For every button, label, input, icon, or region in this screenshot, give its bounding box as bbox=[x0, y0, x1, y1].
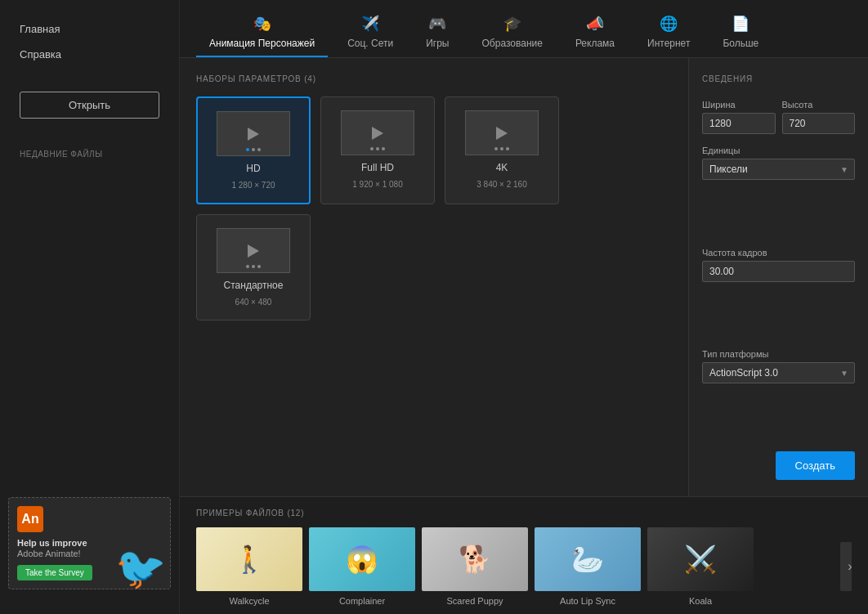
preset-hd-name: HD bbox=[246, 163, 260, 174]
settings-section-title: СВЕДЕНИЯ bbox=[702, 74, 855, 83]
units-select[interactable]: ПикселиСантиметрыДюймы bbox=[702, 159, 855, 180]
settings-panel: СВЕДЕНИЯ Ширина Высота Единицы ПикселиСа… bbox=[688, 58, 868, 496]
tab-ads-icon: 📣 bbox=[586, 15, 604, 33]
dot bbox=[257, 265, 261, 268]
examples-row: 🚶 Walkcycle 😱 Complainer 🐕 Scared Puppy … bbox=[196, 527, 852, 606]
example-scared-puppy-thumbnail: 🐕 bbox=[422, 527, 528, 591]
preset-standard[interactable]: Стандартное 640 × 480 bbox=[196, 214, 311, 320]
ad-icon: An bbox=[17, 506, 43, 532]
dot bbox=[500, 147, 503, 150]
ad-line2: Adobe Animate! bbox=[17, 549, 81, 558]
fps-field: Частота кадров bbox=[702, 248, 855, 338]
examples-section-title: ПРИМЕРЫ ФАЙЛОВ (12) bbox=[196, 509, 852, 518]
preset-fullhd[interactable]: Full HD 1 920 × 1 080 bbox=[320, 96, 435, 204]
create-button[interactable]: Создать bbox=[776, 451, 855, 480]
auto-lip-figure: 🦢 bbox=[535, 527, 641, 591]
sidebar-item-home[interactable]: Главная bbox=[0, 16, 179, 42]
width-field: Ширина bbox=[702, 100, 776, 134]
example-complainer-thumbnail: 😱 bbox=[309, 527, 415, 591]
walkcycle-figure: 🚶 bbox=[196, 527, 302, 591]
recent-files-title: НЕДАВНИЕ ФАЙЛЫ bbox=[0, 143, 179, 165]
examples-section: ПРИМЕРЫ ФАЙЛОВ (12) 🚶 Walkcycle 😱 Compla… bbox=[180, 496, 868, 614]
preset-standard-thumbnail bbox=[217, 228, 290, 273]
example-complainer-name: Complainer bbox=[309, 596, 415, 606]
example-walkcycle-thumbnail: 🚶 bbox=[196, 527, 302, 591]
ad-bird-decoration: 🐦 bbox=[115, 548, 166, 589]
tab-education[interactable]: 🎓 Образование bbox=[469, 8, 556, 57]
tab-social[interactable]: ✈️ Соц. Сети bbox=[334, 8, 406, 57]
tab-games[interactable]: 🎮 Игры bbox=[413, 8, 462, 57]
preset-hd-dims: 1 280 × 720 bbox=[231, 181, 275, 190]
tab-more[interactable]: 📄 Больше bbox=[709, 8, 772, 57]
tab-character-animation-icon: 🎭 bbox=[253, 15, 271, 33]
example-auto-lip-thumbnail: 🦢 bbox=[535, 527, 641, 591]
preset-4k-thumbnail bbox=[465, 110, 539, 155]
presets-panel: НАБОРЫ ПАРАМЕТРОВ (4) HD 1 280 × 720 bbox=[180, 58, 688, 496]
open-button[interactable]: Открыть bbox=[20, 92, 159, 119]
sidebar: Главная Справка Открыть НЕДАВНИЕ ФАЙЛЫ A… bbox=[0, 0, 180, 614]
preset-hd-thumbnail bbox=[217, 111, 290, 156]
content-area: НАБОРЫ ПАРАМЕТРОВ (4) HD 1 280 × 720 bbox=[180, 58, 868, 496]
example-koala[interactable]: ⚔️ Koala bbox=[647, 527, 754, 606]
dot bbox=[376, 147, 379, 150]
example-walkcycle-name: Walkcycle bbox=[196, 596, 302, 606]
sidebar-nav: Главная Справка bbox=[0, 16, 179, 67]
tab-character-animation[interactable]: 🎭 Анимация Персонажей bbox=[196, 8, 328, 57]
example-koala-name: Koala bbox=[647, 596, 754, 606]
example-auto-lip[interactable]: 🦢 Auto Lip Sync bbox=[535, 527, 641, 606]
preset-4k-dots bbox=[494, 147, 509, 150]
example-complainer[interactable]: 😱 Complainer bbox=[309, 527, 415, 606]
preset-hd-dots bbox=[246, 148, 261, 151]
main-area: 🎭 Анимация Персонажей ✈️ Соц. Сети 🎮 Игр… bbox=[180, 0, 868, 614]
sidebar-ad: An Help us improve Adobe Animate! Take t… bbox=[8, 497, 171, 589]
example-scared-puppy[interactable]: 🐕 Scared Puppy bbox=[422, 527, 528, 606]
preset-standard-dims: 640 × 480 bbox=[235, 298, 272, 307]
fps-label: Частота кадров bbox=[702, 248, 855, 258]
tab-social-icon: ✈️ bbox=[361, 15, 379, 33]
examples-next-button[interactable]: › bbox=[840, 542, 852, 591]
dot bbox=[252, 265, 255, 268]
complainer-figure: 😱 bbox=[309, 527, 415, 591]
fps-input[interactable] bbox=[702, 261, 855, 282]
tab-bar: 🎭 Анимация Персонажей ✈️ Соц. Сети 🎮 Игр… bbox=[180, 0, 868, 58]
scared-puppy-figure: 🐕 bbox=[422, 527, 528, 591]
ad-survey-button[interactable]: Take the Survey bbox=[17, 565, 92, 580]
height-input[interactable] bbox=[782, 113, 856, 134]
preset-hd[interactable]: HD 1 280 × 720 bbox=[196, 96, 311, 204]
units-field: Единицы ПикселиСантиметрыДюймы ▼ bbox=[702, 146, 855, 236]
preset-standard-dots bbox=[246, 265, 261, 268]
tab-education-icon: 🎓 bbox=[503, 15, 521, 33]
units-select-wrapper: ПикселиСантиметрыДюймы ▼ bbox=[702, 159, 855, 180]
example-auto-lip-name: Auto Lip Sync bbox=[535, 596, 641, 606]
width-label: Ширина bbox=[702, 100, 776, 110]
platform-field: Тип платформы ActionScript 3.0HTML5 Canv… bbox=[702, 349, 855, 440]
platform-select[interactable]: ActionScript 3.0HTML5 CanvasWebGL bbox=[702, 362, 855, 383]
width-height-row: Ширина Высота bbox=[702, 100, 855, 134]
platform-label: Тип платформы bbox=[702, 349, 855, 359]
example-walkcycle[interactable]: 🚶 Walkcycle bbox=[196, 527, 302, 606]
preset-4k-dims: 3 840 × 2 160 bbox=[477, 180, 526, 189]
example-scared-puppy-name: Scared Puppy bbox=[422, 596, 528, 606]
height-label: Высота bbox=[782, 100, 856, 110]
preset-4k[interactable]: 4K 3 840 × 2 160 bbox=[445, 96, 559, 204]
preset-4k-name: 4K bbox=[496, 162, 508, 173]
koala-figure: ⚔️ bbox=[647, 527, 754, 591]
tab-more-icon: 📄 bbox=[732, 15, 749, 33]
height-field: Высота bbox=[782, 100, 856, 134]
dot bbox=[370, 147, 374, 150]
preset-fullhd-thumbnail bbox=[341, 110, 414, 155]
units-label: Единицы bbox=[702, 146, 855, 155]
presets-section-title: НАБОРЫ ПАРАМЕТРОВ (4) bbox=[196, 74, 672, 83]
dot bbox=[494, 147, 498, 150]
tab-ads[interactable]: 📣 Реклама bbox=[562, 8, 628, 57]
tab-web[interactable]: 🌐 Интернет bbox=[634, 8, 703, 57]
width-input[interactable] bbox=[702, 113, 776, 134]
platform-select-wrapper: ActionScript 3.0HTML5 CanvasWebGL ▼ bbox=[702, 362, 855, 383]
preset-standard-name: Стандартное bbox=[224, 280, 284, 291]
tab-web-icon: 🌐 bbox=[660, 15, 678, 33]
example-koala-thumbnail: ⚔️ bbox=[647, 527, 754, 591]
sidebar-item-help[interactable]: Справка bbox=[0, 42, 179, 67]
presets-grid: HD 1 280 × 720 Full HD 1 920 × 1 080 bbox=[196, 96, 672, 320]
preset-fullhd-dims: 1 920 × 1 080 bbox=[352, 180, 402, 189]
ad-line1: Help us improve bbox=[17, 537, 87, 549]
